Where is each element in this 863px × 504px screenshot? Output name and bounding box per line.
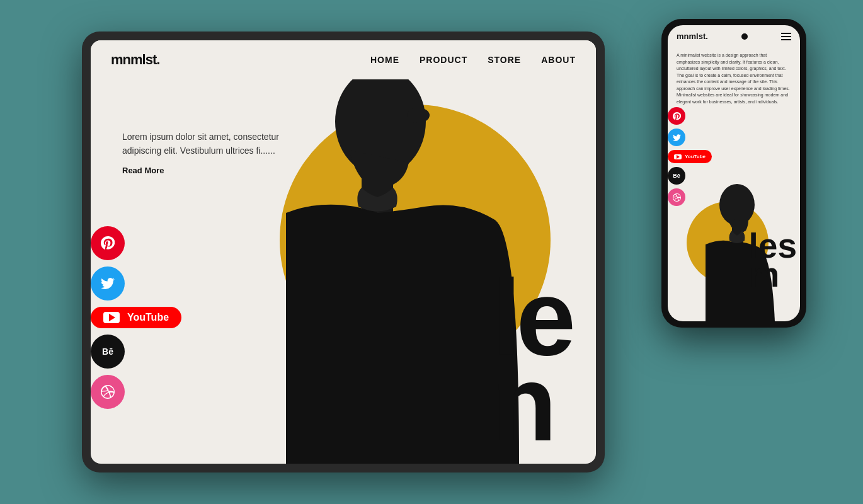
phone-logo: mnmlst. [677, 32, 708, 41]
behance-icon[interactable]: Bē [91, 335, 125, 369]
tablet-content-block: Lorem ipsum dolor sit amet, consectetur … [122, 130, 280, 175]
tablet-social-twitter-row [91, 266, 181, 301]
tablet-hero: le n Lorem ipsum dolor sit amet, consect… [91, 79, 596, 464]
phone-behance-icon[interactable]: Bē [668, 167, 685, 185]
phone-nav: mnmlst. [668, 25, 800, 47]
nav-product[interactable]: PRODUCT [420, 55, 467, 65]
phone-youtube-button[interactable]: YouTube [668, 150, 712, 163]
phone-twitter-icon[interactable] [668, 129, 685, 146]
pinterest-icon[interactable] [91, 226, 125, 260]
tablet-logo: mnmlst. [111, 52, 159, 68]
nav-home[interactable]: HOME [370, 55, 399, 65]
dribbble-icon[interactable] [91, 375, 125, 409]
tablet-nav: mnmlst. HOME PRODUCT STORE ABOUT [91, 40, 596, 79]
phone-device: mnmlst. A minimalist website is a design… [661, 19, 806, 328]
phone-social-icons: YouTube Bē [668, 107, 712, 206]
nav-store[interactable]: STORE [488, 55, 521, 65]
menu-line-2 [781, 36, 791, 37]
youtube-button[interactable]: YouTube [91, 307, 181, 328]
svg-point-3 [719, 184, 755, 226]
menu-line-1 [781, 33, 791, 34]
phone-youtube-play-icon [674, 154, 682, 159]
tablet-nav-links: HOME PRODUCT STORE ABOUT [370, 55, 576, 65]
phone-screen: mnmlst. A minimalist website is a design… [668, 25, 800, 321]
phone-big-text: les m [749, 231, 797, 290]
youtube-play-icon [103, 312, 120, 323]
tablet-social-behance-row: Bē [91, 335, 181, 369]
tablet-social-icons: YouTube Bē [91, 226, 181, 409]
menu-line-3 [781, 39, 791, 40]
svg-point-2 [407, 108, 430, 123]
youtube-label: YouTube [127, 312, 169, 323]
tablet-hero-body: Lorem ipsum dolor sit amet, consectetur … [122, 130, 280, 158]
phone-dribbble-icon[interactable] [668, 188, 685, 206]
tablet-screen: mnmlst. HOME PRODUCT STORE ABOUT [91, 40, 596, 464]
phone-youtube-label: YouTube [685, 154, 706, 159]
tablet-read-more[interactable]: Read More [122, 166, 280, 175]
phone-description: A minimalist website is a design approac… [668, 47, 800, 110]
phone-hamburger-menu[interactable] [781, 33, 791, 40]
tablet-social-dribbble-row [91, 375, 181, 409]
tablet-social-youtube-row: YouTube [91, 307, 181, 328]
phone-dot [741, 33, 748, 40]
phone-pinterest-icon[interactable] [668, 107, 685, 125]
nav-about[interactable]: ABOUT [541, 55, 576, 65]
twitter-icon[interactable] [91, 266, 125, 301]
tablet-social-pinterest-row [91, 226, 181, 260]
tablet-device: mnmlst. HOME PRODUCT STORE ABOUT [82, 32, 605, 472]
